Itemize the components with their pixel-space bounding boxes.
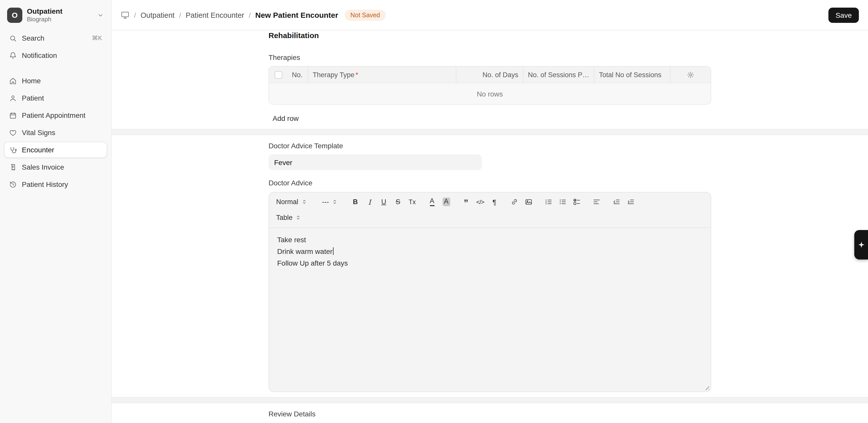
- workspace-title: Outpatient: [27, 7, 62, 16]
- history-icon: [9, 181, 17, 188]
- link-icon: [510, 198, 518, 206]
- stethoscope-icon: [9, 146, 17, 154]
- sidebar-item-notification[interactable]: Notification: [4, 47, 107, 63]
- search-shortcut: ⌘K: [92, 34, 102, 42]
- table-select-value: Table: [276, 214, 292, 221]
- gear-icon[interactable]: [687, 71, 694, 79]
- sidebar-item-label: Patient History: [22, 180, 68, 188]
- text-direction-button[interactable]: ¶: [488, 195, 501, 208]
- table-select[interactable]: Table: [272, 212, 306, 223]
- advice-line: Drink warm water: [277, 246, 703, 258]
- status-badge: Not Saved: [345, 9, 385, 21]
- column-settings-cell: [670, 66, 711, 83]
- svg-text:3: 3: [545, 202, 547, 205]
- indent-decrease-icon: [613, 198, 620, 206]
- breadcrumb-separator: /: [179, 11, 181, 19]
- column-header-total-sessions: Total No of Sessions: [594, 66, 670, 83]
- column-header-label: No. of Sessions Pe...: [528, 71, 589, 79]
- sidebar-item-patient-history[interactable]: Patient History: [4, 176, 107, 192]
- italic-button[interactable]: I: [363, 195, 376, 208]
- sidebar-item-label: Patient: [22, 94, 44, 102]
- section-doctor-advice: Doctor Advice Template Fever Doctor Advi…: [112, 135, 868, 397]
- ordered-list-button[interactable]: 123: [541, 195, 555, 208]
- sidebar-item-search[interactable]: Search ⌘K: [4, 30, 107, 46]
- review-details-label: Review Details: [269, 409, 711, 418]
- toolbar-row-2: Table: [272, 210, 708, 225]
- column-header-no: No.: [287, 66, 308, 83]
- code-button[interactable]: </>: [474, 195, 487, 208]
- bell-icon: [9, 52, 17, 59]
- image-icon: [525, 198, 532, 206]
- highlight-icon: A: [442, 198, 450, 206]
- advice-line: Follow Up after 5 days: [277, 258, 703, 269]
- sidebar-item-encounter[interactable]: Encounter: [4, 142, 107, 158]
- breadcrumb-outpatient[interactable]: Outpatient: [141, 11, 175, 19]
- blockquote-button[interactable]: ”: [459, 195, 472, 208]
- toolbar-row-1: Normal --- B I U S: [272, 194, 708, 210]
- sidebar-item-vital-signs[interactable]: Vital Signs: [4, 124, 107, 141]
- link-button[interactable]: [507, 195, 521, 208]
- column-header-label: Therapy Type: [313, 71, 354, 79]
- check-list-icon: [573, 198, 581, 206]
- paragraph-style-select[interactable]: Normal: [272, 196, 311, 208]
- sidebar-item-label: Notification: [22, 51, 57, 59]
- heart-icon: [9, 129, 17, 137]
- column-header-no-of-days: No. of Days: [456, 66, 523, 83]
- sidebar-item-label: Sales Invoice: [22, 163, 64, 171]
- updown-chevron-icon: [332, 199, 338, 205]
- app-window: O Outpatient Biograph Search ⌘K Notifica…: [0, 0, 868, 423]
- section-divider: [112, 397, 868, 403]
- outdent-button[interactable]: [610, 195, 623, 208]
- therapies-label: Therapies: [269, 53, 711, 62]
- select-all-cell: [269, 66, 287, 83]
- sidebar-item-label: Patient Appointment: [22, 111, 86, 119]
- bullet-list-button[interactable]: [556, 195, 569, 208]
- indent-increase-icon: [627, 198, 634, 206]
- bold-button[interactable]: B: [349, 195, 362, 208]
- sidebar-item-home[interactable]: Home: [4, 72, 107, 89]
- sidebar-item-patient[interactable]: Patient: [4, 90, 107, 106]
- sidebar-spacer: [4, 64, 107, 72]
- top-bar: / Outpatient / Patient Encounter / New P…: [112, 0, 868, 30]
- sidebar: O Outpatient Biograph Search ⌘K Notifica…: [0, 0, 112, 423]
- check-list-button[interactable]: [570, 195, 583, 208]
- align-button[interactable]: [590, 195, 603, 208]
- divider-select[interactable]: ---: [318, 196, 342, 208]
- select-all-checkbox[interactable]: [274, 71, 282, 79]
- doctor-advice-template-input[interactable]: Fever: [269, 154, 482, 170]
- divider-select-value: ---: [322, 198, 329, 206]
- add-row-button[interactable]: Add row: [269, 112, 303, 125]
- workspace-switcher[interactable]: O Outpatient Biograph: [4, 3, 107, 29]
- therapies-table-header: No. Therapy Type* No. of Days No. of Ses…: [269, 66, 711, 83]
- doctor-advice-text-area[interactable]: Take rest Drink warm water Follow Up aft…: [269, 228, 711, 392]
- sidebar-item-patient-appointment[interactable]: Patient Appointment: [4, 107, 107, 123]
- paragraph-style-value: Normal: [276, 198, 298, 206]
- doctor-advice-template-label: Doctor Advice Template: [269, 141, 711, 150]
- sparkle-icon: [858, 241, 865, 248]
- sidebar-item-label: Vital Signs: [22, 128, 55, 137]
- monitor-icon: [121, 11, 129, 19]
- column-header-therapy-type: Therapy Type*: [308, 66, 456, 83]
- text-cursor: [333, 247, 334, 255]
- section-divider: [112, 129, 868, 135]
- save-button[interactable]: Save: [828, 7, 859, 23]
- advice-line: Take rest: [277, 234, 703, 246]
- updown-chevron-icon: [295, 214, 302, 221]
- indent-button[interactable]: [624, 195, 637, 208]
- text-color-button[interactable]: A: [425, 195, 439, 208]
- page-title: New Patient Encounter: [255, 11, 338, 19]
- sidebar-item-sales-invoice[interactable]: Sales Invoice: [4, 159, 107, 175]
- ai-assistant-button[interactable]: [854, 230, 868, 260]
- highlight-button[interactable]: A: [440, 195, 453, 208]
- breadcrumb-patient-encounter[interactable]: Patient Encounter: [186, 11, 244, 19]
- section-review-details: Review Details: [112, 403, 868, 423]
- image-button[interactable]: [522, 195, 535, 208]
- sidebar-item-label: Encounter: [22, 146, 54, 154]
- underline-button[interactable]: U: [377, 195, 390, 208]
- chevron-down-icon: [97, 11, 104, 19]
- strikethrough-button[interactable]: S: [391, 195, 405, 208]
- calendar-icon: [9, 112, 17, 119]
- breadcrumb-separator: /: [249, 11, 251, 19]
- clear-format-button[interactable]: Tx: [406, 195, 419, 208]
- receipt-icon: [9, 163, 17, 171]
